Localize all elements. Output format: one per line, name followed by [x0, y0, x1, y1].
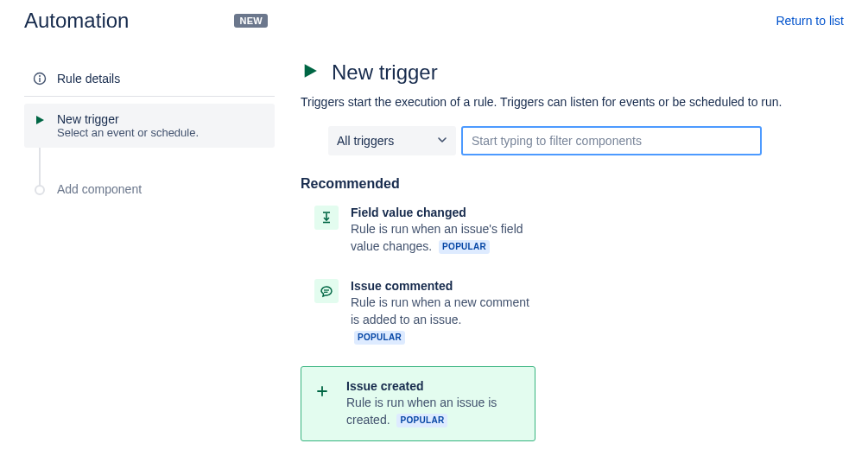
main-title: New trigger: [332, 60, 438, 85]
page-title: Automation: [24, 9, 129, 33]
main-header: New trigger: [301, 60, 844, 85]
svg-point-1: [39, 75, 41, 77]
sidebar-item-new-trigger[interactable]: New trigger Select an event or schedule.: [24, 104, 275, 148]
filter-row: All triggers: [328, 126, 844, 155]
main-description: Triggers start the execution of a rule. …: [301, 93, 784, 111]
new-trigger-sub: Select an event or schedule.: [57, 126, 199, 139]
header-left: Automation NEW: [24, 9, 268, 33]
trigger-title: Issue commented: [351, 279, 539, 293]
main-panel: New trigger Triggers start the execution…: [275, 60, 844, 441]
trigger-list: Field value changed Rule is run when an …: [301, 202, 542, 441]
trigger-field-value-changed[interactable]: Field value changed Rule is run when an …: [301, 202, 542, 258]
info-icon: [33, 72, 47, 86]
main-container: Rule details New trigger Select an event…: [0, 60, 868, 441]
trigger-title: Issue created: [346, 379, 526, 393]
trigger-issue-commented[interactable]: Issue commented Rule is run when a new c…: [301, 276, 542, 349]
dropdown-label: All triggers: [337, 134, 394, 148]
field-change-icon: [314, 206, 339, 230]
rule-timeline: New trigger Select an event or schedule.…: [24, 104, 275, 206]
component-filter-input[interactable]: [461, 126, 762, 155]
trigger-body: Field value changed Rule is run when an …: [351, 206, 539, 255]
popular-badge: POPULAR: [354, 331, 405, 345]
rule-details-label: Rule details: [57, 72, 120, 86]
trigger-category-dropdown[interactable]: All triggers: [328, 126, 456, 155]
chevron-down-icon: [437, 134, 447, 148]
play-icon: [301, 61, 320, 84]
comment-icon: [314, 279, 339, 303]
popular-badge: POPULAR: [396, 414, 447, 428]
trigger-title: Field value changed: [351, 206, 539, 219]
recommended-heading: Recommended: [301, 176, 844, 192]
trigger-desc: Rule is run when an issue is created. PO…: [346, 395, 526, 428]
play-icon: [33, 113, 47, 127]
rule-sidebar: Rule details New trigger Select an event…: [24, 60, 275, 441]
trigger-body: Issue created Rule is run when an issue …: [346, 379, 526, 428]
add-component-label: Add component: [57, 182, 142, 196]
new-badge: NEW: [234, 14, 268, 28]
new-trigger-label: New trigger: [57, 112, 199, 126]
trigger-desc: Rule is run when an issue's field value …: [351, 221, 539, 255]
svg-rect-2: [39, 78, 40, 82]
popular-badge: POPULAR: [439, 240, 490, 254]
new-trigger-text: New trigger Select an event or schedule.: [57, 112, 199, 139]
plus-icon: [310, 379, 334, 403]
sidebar-item-add-component[interactable]: Add component: [24, 174, 275, 206]
return-to-list-link[interactable]: Return to list: [776, 14, 844, 28]
page-header: Automation NEW Return to list: [0, 0, 868, 33]
sidebar-item-rule-details[interactable]: Rule details: [24, 60, 275, 97]
add-step-icon: [33, 183, 47, 197]
trigger-body: Issue commented Rule is run when a new c…: [351, 279, 539, 345]
trigger-issue-created[interactable]: Issue created Rule is run when an issue …: [301, 366, 535, 441]
trigger-desc: Rule is run when a new comment is added …: [351, 294, 539, 345]
